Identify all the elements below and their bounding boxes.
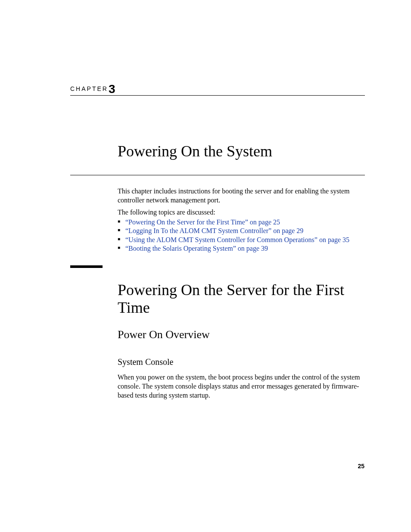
intro-paragraph-1: This chapter includes instructions for b…	[118, 187, 367, 205]
intro-paragraph-2: The following topics are discussed:	[118, 208, 367, 217]
toc-item: “Booting the Solaris Operating System” o…	[118, 244, 367, 253]
toc-link-booting-solaris[interactable]: “Booting the Solaris Operating System” o…	[125, 245, 268, 252]
subsection-title: Power On Overview	[118, 328, 367, 341]
toc-item: “Powering On the Server for the First Ti…	[118, 218, 367, 227]
chapter-label: CHAPTER	[70, 85, 108, 92]
section-title: Powering On the Server for the First Tim…	[118, 281, 367, 317]
toc-list: “Powering On the Server for the First Ti…	[118, 218, 367, 253]
document-page: CHAPTER 3 Powering On the System This ch…	[0, 0, 411, 532]
toc-link-using-alom[interactable]: “Using the ALOM CMT System Controller fo…	[125, 236, 349, 243]
section-marker	[70, 265, 103, 268]
toc-link-logging-in[interactable]: “Logging In To the ALOM CMT System Contr…	[125, 227, 303, 234]
chapter-rule	[70, 95, 365, 96]
title-rule	[70, 175, 365, 175]
page-number: 25	[358, 463, 364, 470]
toc-item: “Logging In To the ALOM CMT System Contr…	[118, 227, 367, 235]
subsubsection-title: System Console	[118, 357, 367, 367]
body-paragraph: When you power on the system, the boot p…	[118, 373, 367, 400]
chapter-number: 3	[109, 82, 115, 96]
chapter-title: Powering On the System	[118, 142, 272, 160]
toc-item: “Using the ALOM CMT System Controller fo…	[118, 236, 367, 244]
toc-link-powering-on[interactable]: “Powering On the Server for the First Ti…	[125, 218, 280, 226]
